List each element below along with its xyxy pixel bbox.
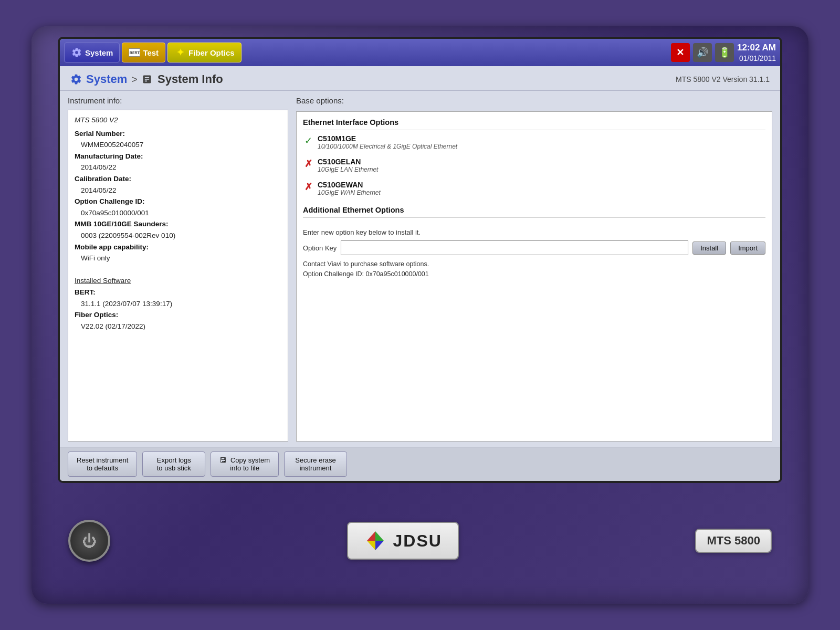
screen: System BERT Test ✦ Fiber Optics ✕ 🔊 🔋	[60, 39, 780, 481]
check-icon-c510m1ge: ✓	[303, 135, 313, 146]
test-tab-label: Test	[143, 48, 159, 57]
page-title: System Info	[142, 72, 223, 86]
logo-text: JDSU	[393, 531, 442, 551]
svg-marker-1	[367, 531, 375, 541]
svg-marker-3	[375, 541, 384, 550]
base-options-label: Base options:	[296, 96, 772, 105]
installed-software-link[interactable]: Installed Software	[75, 277, 131, 285]
options-box[interactable]: Ethernet Interface Options ✓ C510M1GE 10…	[296, 111, 772, 442]
test-icon: BERT	[129, 47, 140, 58]
content-panels: Instrument info: MTS 5800 V2 Serial Numb…	[60, 91, 780, 447]
c510m1ge-desc: 10/100/1000M Electrical & 1GigE Optical …	[318, 143, 457, 150]
c510gelan-details: C510GELAN 10GigE LAN Ethernet	[318, 158, 378, 173]
option-c510m1ge: ✓ C510M1GE 10/100/1000M Electrical & 1Gi…	[303, 134, 765, 150]
contact-line2: Option Challenge ID: 0x70a95c010000/001	[303, 269, 765, 279]
test-tab[interactable]: BERT Test	[122, 43, 165, 62]
import-button[interactable]: Import	[730, 242, 765, 255]
mmb-section: MMB 10GE/10GE Saunders: 0003 (22009554-0…	[75, 218, 281, 241]
right-panel: Base options: Ethernet Interface Options…	[288, 96, 772, 442]
cal-date-value: 2014/05/22	[75, 186, 117, 194]
fiber-version: V22.02 (02/17/2022)	[75, 322, 145, 330]
option-key-row: Option Key Install Import	[303, 240, 765, 255]
mfg-date-label: Manufacturing Date:	[75, 152, 143, 160]
copy-system-info-button[interactable]: 🖫 Copy system info to file	[211, 452, 279, 477]
c510gewan-desc: 10GigE WAN Ethernet	[318, 189, 381, 196]
jdsu-logo-icon	[364, 529, 387, 552]
installed-software-section: Installed Software BERT: 31.1.1 (2023/07…	[75, 275, 281, 332]
sound-icon[interactable]: 🔊	[693, 43, 712, 62]
instrument-info-box[interactable]: MTS 5800 V2 Serial Number: WMME005204005…	[68, 110, 288, 442]
mfg-date-value: 2014/05/22	[75, 163, 117, 171]
contact-info: Contact Viavi to purchase software optio…	[303, 259, 765, 279]
device-body: System BERT Test ✦ Fiber Optics ✕ 🔊 🔋	[32, 26, 808, 604]
mmb-value: 0003 (22009554-002Rev 010)	[75, 232, 175, 239]
gear-icon	[71, 47, 82, 58]
serial-number-value: WMME0052040057	[75, 141, 143, 149]
breadcrumb-system[interactable]: System	[70, 72, 127, 86]
copy-icon: 🖫	[219, 456, 226, 464]
reset-instrument-button[interactable]: Reset instrument to defaults	[68, 452, 137, 477]
cross-icon-c510gelan: ✗	[303, 159, 313, 169]
enter-option-text: Enter new option key below to install it…	[303, 228, 765, 236]
clock-date: 01/01/2011	[737, 54, 776, 63]
c510m1ge-name: C510M1GE	[318, 134, 457, 143]
export-logs-button[interactable]: Export logs to usb stick	[142, 452, 205, 477]
fiber-tab[interactable]: ✦ Fiber Optics	[167, 43, 242, 62]
option-c510gewan: ✗ C510GEWAN 10GigE WAN Ethernet	[303, 181, 765, 196]
breadcrumb: System > System Info	[70, 72, 223, 86]
fiber-tab-label: Fiber Optics	[188, 48, 235, 57]
enter-option-area: Enter new option key below to install it…	[303, 223, 765, 279]
fiber-label: Fiber Optics:	[75, 311, 118, 319]
system-tab-label: System	[85, 48, 113, 57]
c510gewan-details: C510GEWAN 10GigE WAN Ethernet	[318, 181, 381, 196]
mobile-app-value: WiFi only	[75, 254, 110, 262]
serial-number-label: Serial Number:	[75, 130, 125, 138]
option-key-label: Option Key	[303, 244, 337, 252]
status-area: ✕ 🔊 🔋 12:02 AM 01/01/2011	[671, 42, 776, 63]
instrument-info-label: Instrument info:	[68, 96, 288, 105]
taskbar: System BERT Test ✦ Fiber Optics ✕ 🔊 🔋	[60, 39, 780, 66]
secure-erase-button[interactable]: Secure erase instrument	[284, 452, 347, 477]
option-challenge-value: 0x70a95c010000/001	[75, 209, 149, 217]
bert-label: BERT:	[75, 288, 96, 296]
version-info: MTS 5800 V2 Version 31.1.1	[676, 75, 770, 83]
power-icon: ⏻	[82, 532, 97, 550]
install-button[interactable]: Install	[692, 242, 726, 255]
screen-container: System BERT Test ✦ Fiber Optics ✕ 🔊 🔋	[58, 37, 782, 483]
clock: 12:02 AM 01/01/2011	[737, 42, 776, 63]
cal-date-label: Calibration Date:	[75, 175, 131, 183]
sun-icon: ✦	[174, 47, 186, 58]
option-c510gelan: ✗ C510GELAN 10GigE LAN Ethernet	[303, 158, 765, 173]
option-key-input[interactable]	[341, 240, 688, 255]
bottom-bar: Reset instrument to defaults Export logs…	[60, 447, 780, 481]
page-header: System > System Info MTS 5800 V2 Version…	[60, 66, 780, 91]
mmb-label: MMB 10GE/10GE Saunders:	[75, 220, 169, 228]
logo-badge: JDSU	[347, 522, 459, 560]
main-content: System > System Info MTS 5800 V2 Version…	[60, 66, 780, 481]
system-tab[interactable]: System	[64, 43, 120, 62]
model-badge: MTS 5800	[695, 529, 772, 553]
close-status-btn[interactable]: ✕	[671, 43, 690, 62]
power-button[interactable]: ⏻	[68, 520, 110, 562]
device-bottom: ⏻ JDSU MTS 5800	[47, 494, 793, 588]
c510gewan-name: C510GEWAN	[318, 181, 381, 189]
cross-icon-c510gewan: ✗	[303, 182, 313, 192]
svg-marker-4	[367, 541, 375, 550]
ethernet-section-title: Ethernet Interface Options	[303, 116, 765, 130]
c510m1ge-details: C510M1GE 10/100/1000M Electrical & 1GigE…	[318, 134, 457, 150]
c510gelan-name: C510GELAN	[318, 158, 378, 166]
mobile-app-section: Mobile app capability: WiFi only	[75, 242, 281, 264]
battery-icon: 🔋	[715, 43, 734, 62]
mobile-app-label: Mobile app capability:	[75, 243, 149, 251]
option-challenge-section: Option Challenge ID: 0x70a95c010000/001	[75, 196, 281, 218]
mfg-date-section: Manufacturing Date: 2014/05/22	[75, 151, 281, 173]
clock-time: 12:02 AM	[737, 42, 776, 54]
bert-version: 31.1.1 (2023/07/07 13:39:17)	[75, 300, 172, 308]
serial-number-section: Serial Number: WMME0052040057	[75, 128, 281, 151]
left-panel: Instrument info: MTS 5800 V2 Serial Numb…	[68, 96, 288, 442]
c510gelan-desc: 10GigE LAN Ethernet	[318, 166, 378, 173]
additional-section-title: Additional Ethernet Options	[303, 204, 765, 218]
device-name: MTS 5800 V2	[75, 114, 281, 126]
contact-line1: Contact Viavi to purchase software optio…	[303, 259, 765, 269]
option-challenge-label: Option Challenge ID:	[75, 197, 145, 205]
